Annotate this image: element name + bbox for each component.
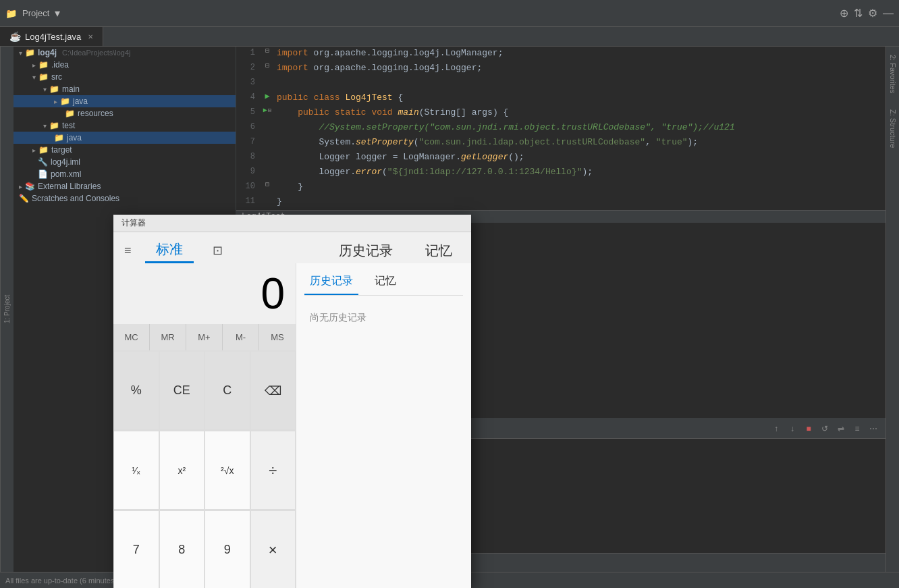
calc-ce-btn[interactable]: CE (159, 351, 205, 430)
tree-item-log4j[interactable]: ▾ 📁 log4j C:\IdeaProjects\log4j (13, 47, 236, 59)
tree-item-target[interactable]: ▸ 📁 target (13, 144, 236, 156)
arrow-icon: ▸ (32, 61, 36, 69)
folder-icon: 📁 (38, 145, 49, 155)
item-label: test (62, 121, 75, 130)
settings-icon[interactable]: ⚙ (868, 7, 877, 20)
project-dropdown[interactable]: ▾ (55, 7, 60, 20)
tab-bar: ☕ Log4jTest.java ✕ (0, 27, 899, 47)
sync-icon[interactable]: ⇅ (854, 7, 863, 20)
project-icon: 📁 (5, 8, 17, 19)
top-bar: 📁 Project ▾ ⊕ ⇅ ⚙ — (0, 0, 899, 27)
tree-item-idea[interactable]: ▸ 📁 .idea (13, 59, 236, 71)
right-sidebar: 2: Favorites Z: Structure (886, 47, 899, 572)
project-label[interactable]: Project (22, 8, 49, 18)
code-line-5: 5 ▶⊟ public static void main(String[] ar… (236, 106, 886, 121)
tree-item-test[interactable]: ▾ 📁 test (13, 119, 236, 132)
right-tab-favorites[interactable]: 2: Favorites (888, 52, 898, 96)
calc-divide-btn[interactable]: ÷ (250, 431, 296, 510)
calc-left-panel: 0 MC MR M+ M- MS % CE C ⌫ ¹⁄ₓ x² ²√x (113, 263, 296, 588)
item-label: resources (78, 109, 113, 118)
more-icon[interactable]: ⋯ (867, 422, 880, 435)
wrap-icon[interactable]: ⇌ (834, 422, 848, 435)
arrow-icon: ▾ (43, 122, 47, 130)
calc-square-btn[interactable]: x² (159, 431, 205, 510)
list-icon[interactable]: ≡ (850, 422, 864, 435)
calc-header: ≡ 标准 ⊡ 历史记录 记忆 (113, 232, 471, 263)
calc-menu-icon[interactable]: ≡ (121, 241, 134, 261)
calc-memory-tab-header[interactable]: 记忆 (414, 239, 463, 263)
ext-lib-icon: 📚 (25, 182, 35, 191)
tree-item-main[interactable]: ▾ 📁 main (13, 83, 236, 95)
calc-memory-tab[interactable]: 记忆 (369, 271, 402, 295)
calc-mode-standard[interactable]: 标准 (145, 238, 194, 263)
scratches-icon: ✏️ (19, 194, 29, 203)
calc-value: 0 (261, 269, 285, 319)
item-label: Scratches and Consoles (32, 194, 119, 203)
calc-multiply-btn[interactable]: × (250, 510, 296, 588)
add-content-icon[interactable]: ⊕ (840, 7, 848, 20)
code-line-9: 9 logger.error("${jndi:ldap://127.0.0.1:… (236, 165, 886, 180)
calc-8-btn[interactable]: 8 (159, 510, 205, 588)
arrow-icon: ▾ (19, 49, 22, 57)
minimize-icon[interactable]: — (883, 7, 894, 20)
folder-icon: 📁 (49, 121, 59, 130)
tree-item-extlibs[interactable]: ▸ 📚 External Libraries (13, 180, 236, 192)
status-message: All files are up-to-date (6 minutes ago) (5, 577, 131, 585)
code-line-6: 6 //System.setProperty("com.sun.jndi.rmi… (236, 121, 886, 136)
tree-item-log4jiml[interactable]: 🔧 log4j.iml (13, 156, 236, 168)
tree-item-java-test[interactable]: 📁 java (13, 132, 236, 144)
right-tab-structure[interactable]: Z: Structure (888, 107, 898, 151)
calc-9-btn[interactable]: 9 (205, 510, 250, 588)
calc-mplus-btn[interactable]: M+ (186, 324, 223, 350)
folder-icon: 📁 (54, 133, 64, 142)
file-icon: 🔧 (38, 157, 48, 167)
calc-c-btn[interactable]: C (205, 351, 250, 430)
calc-history-tab-header[interactable]: 历史记录 (328, 239, 404, 263)
project-sidebar-tab[interactable]: 1: Project (0, 47, 13, 572)
scroll-up-icon[interactable]: ↑ (769, 422, 783, 435)
arrow-icon: ▾ (43, 86, 47, 93)
calc-reciprocal-btn[interactable]: ¹⁄ₓ (113, 431, 159, 510)
scroll-down-icon[interactable]: ↓ (786, 422, 799, 435)
tree-item-resources[interactable]: 📁 resources (13, 107, 236, 119)
tree-item-src[interactable]: ▾ 📁 src (13, 71, 236, 83)
rerun-icon[interactable]: ↺ (818, 422, 832, 435)
item-label: main (62, 84, 80, 94)
calc-mr-btn[interactable]: MR (150, 324, 186, 350)
tab-label: Log4jTest.java (25, 32, 81, 42)
tree-item-pomxml[interactable]: 📄 pom.xml (13, 168, 236, 180)
calc-mminus-btn[interactable]: M- (223, 324, 259, 350)
tree-item-java-main[interactable]: ▸ 📁 java (13, 95, 236, 107)
calc-ms-btn[interactable]: MS (259, 324, 296, 350)
calc-history-tab[interactable]: 历史记录 (304, 271, 358, 295)
calc-percent-btn[interactable]: % (113, 351, 159, 430)
arrow-icon: ▾ (32, 74, 36, 81)
item-label: log4j.iml (51, 157, 80, 167)
calc-backspace-btn[interactable]: ⌫ (250, 351, 296, 430)
code-line-8: 8 Logger logger = LogManager.getLogger()… (236, 151, 886, 165)
calc-7-btn[interactable]: 7 (113, 510, 159, 588)
tab-log4jtest[interactable]: ☕ Log4jTest.java ✕ (0, 27, 103, 46)
arrow-icon: ▸ (32, 146, 36, 154)
code-line-10: 10 ⊟ } (236, 180, 886, 195)
calc-mc-btn[interactable]: MC (113, 324, 150, 350)
calc-memory-row: MC MR M+ M- MS (113, 324, 296, 350)
tree-item-scratches[interactable]: ✏️ Scratches and Consoles (13, 192, 236, 205)
tab-close-icon[interactable]: ✕ (88, 33, 93, 41)
arrow-icon: ▸ (19, 183, 22, 190)
code-line-3: 3 (236, 76, 886, 91)
code-line-2: 2 ⊟ import org.apache.logging.log4j.Logg… (236, 61, 886, 76)
folder-icon: 📁 (38, 60, 49, 70)
calc-main: 0 MC MR M+ M- MS % CE C ⌫ ¹⁄ₓ x² ²√x (113, 263, 471, 588)
item-label: .idea (51, 60, 69, 70)
calculator-overlay: 计算器 ≡ 标准 ⊡ 历史记录 记忆 0 MC MR M+ M- MS % (113, 215, 471, 588)
folder-icon: 📁 (60, 97, 70, 106)
folder-icon: 📁 (65, 109, 75, 118)
calc-sqrt-btn[interactable]: ²√x (205, 431, 250, 510)
stop-icon[interactable]: ■ (802, 422, 815, 435)
calc-buttons-row3: 7 8 9 × (113, 510, 296, 588)
calc-mode-icon[interactable]: ⊡ (205, 240, 231, 261)
item-label: log4j (38, 48, 57, 57)
calc-buttons-row2: ¹⁄ₓ x² ²√x ÷ (113, 430, 296, 510)
calc-title-bar: 计算器 (113, 215, 471, 232)
